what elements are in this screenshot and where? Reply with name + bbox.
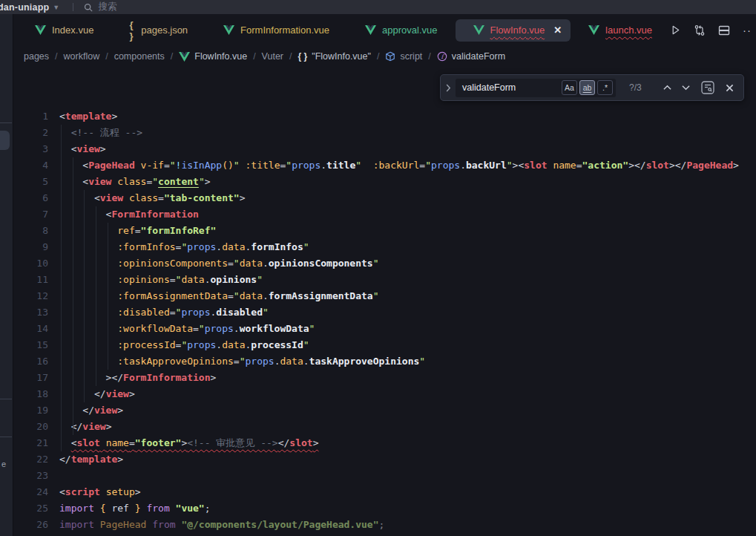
close-icon	[726, 84, 734, 92]
line-number: 1	[14, 108, 48, 125]
braces-icon: { }	[298, 51, 308, 62]
breadcrumb-label: script	[400, 51, 422, 62]
project-switcher[interactable]: dan-uniapp ▼	[0, 2, 59, 13]
chevron-up-icon	[663, 85, 671, 91]
whole-word-toggle[interactable]: ab	[579, 80, 595, 95]
line-number: 22	[14, 451, 48, 468]
code-line-12[interactable]: 12 :formAssignmentData="data.formAssignm…	[14, 288, 756, 304]
breadcrumb-separator: /	[55, 51, 57, 62]
breadcrumb-item-components[interactable]: components	[114, 51, 165, 62]
breadcrumb-item--flowinfo-vue-[interactable]: { }"FlowInfo.vue"	[298, 51, 371, 62]
line-content: </view>	[59, 402, 123, 419]
line-number: 14	[14, 321, 48, 337]
split-editor-button[interactable]	[718, 24, 730, 36]
code-line-8[interactable]: 8 ref="formInfoRef"	[14, 223, 756, 239]
code-line-23[interactable]: 23	[14, 468, 756, 484]
code-line-18[interactable]: 18 </view>	[14, 386, 756, 402]
code-line-13[interactable]: 13 :disabled="props.disabled"	[14, 304, 756, 321]
breadcrumb-label: workflow	[64, 51, 100, 62]
breadcrumb-separator: /	[105, 51, 108, 62]
find-input[interactable]: validateForm Aa ab .*	[456, 79, 616, 97]
tab-list: Index.vue{ }pages.jsonFormInformation.vu…	[14, 14, 670, 46]
global-search[interactable]: 搜索	[84, 1, 116, 13]
breadcrumb: pages/workflow/components/FlowInfo.vue/V…	[14, 46, 756, 67]
sidebar-divider	[0, 437, 12, 437]
line-number: 9	[14, 239, 48, 255]
vue-logo-icon	[223, 25, 234, 35]
code-area: 1<template>2 <!-- 流程 -->3 <view>4 <PageH…	[14, 67, 756, 533]
code-line-22[interactable]: 22</template>	[14, 451, 756, 468]
line-content: <PageHead v-if="!isInApp()" :title="prop…	[59, 157, 739, 174]
close-find-button[interactable]	[726, 84, 734, 92]
close-icon[interactable]: ✕	[553, 24, 562, 36]
line-number: 20	[14, 419, 48, 435]
breadcrumb-item-workflow[interactable]: workflow	[64, 51, 100, 62]
code-line-7[interactable]: 7 <FormInformation	[14, 206, 756, 223]
code-line-3[interactable]: 3 <view>	[14, 141, 756, 157]
find-in-selection-button[interactable]	[700, 80, 715, 95]
tab-forminformation-vue[interactable]: FormInformation.vue	[206, 19, 347, 42]
code-line-24[interactable]: 24<script setup>	[14, 484, 756, 500]
find-query: validateForm	[462, 82, 559, 93]
code-line-19[interactable]: 19 </view>	[14, 402, 756, 419]
code-line-21[interactable]: 21 <slot name="footer"><!-- 审批意见 --></sl…	[14, 435, 756, 451]
sidebar-selected-item	[0, 131, 10, 150]
code-line-17[interactable]: 17 ></FormInformation>	[14, 370, 756, 386]
breadcrumb-separator: /	[253, 51, 255, 62]
breadcrumb-label: validateForm	[452, 51, 505, 62]
match-count: ?/3	[629, 82, 654, 93]
line-content: import { ref } from "vue";	[59, 500, 211, 517]
line-content: :taskApproveOpinions="props.data.taskApp…	[59, 353, 425, 370]
code-line-14[interactable]: 14 :workflowData="props.workflowData"	[14, 321, 756, 337]
tab-label: FormInformation.vue	[240, 24, 329, 36]
tab-label: approval.vue	[382, 24, 437, 36]
line-content: <template>	[59, 108, 117, 125]
line-content: <slot name="footer"><!-- 审批意见 --></slot>	[59, 435, 318, 451]
more-actions-button[interactable]: ···	[743, 24, 752, 36]
line-content: </view>	[59, 386, 135, 402]
git-compare-icon	[694, 24, 706, 36]
breadcrumb-item-pages[interactable]: pages	[24, 51, 49, 62]
breadcrumb-item-validateform[interactable]: fvalidateForm	[437, 51, 505, 62]
tab-label: FlowInfo.vue	[490, 24, 545, 36]
breadcrumb-label: components	[114, 51, 165, 62]
code-line-16[interactable]: 16 :taskApproveOpinions="props.data.task…	[14, 353, 756, 370]
code-line-20[interactable]: 20 </view>	[14, 419, 756, 435]
match-case-toggle[interactable]: Aa	[562, 80, 577, 95]
regex-toggle[interactable]: .*	[597, 80, 613, 95]
vue-logo-icon	[588, 25, 599, 35]
code-line-5[interactable]: 5 <view class="content">	[14, 174, 756, 190]
toggle-replace-button[interactable]	[441, 84, 456, 92]
code-line-26[interactable]: 26import PageHead from "@/components/lay…	[14, 517, 756, 533]
chevron-right-icon	[445, 84, 451, 92]
tab-launch-vue[interactable]: launch.vue	[571, 19, 670, 42]
next-match-button[interactable]	[682, 85, 690, 91]
run-button[interactable]	[670, 24, 681, 36]
code-line-10[interactable]: 10 :opinionsComponents="data.opinionsCom…	[14, 255, 756, 272]
code-line-9[interactable]: 9 :formInfos="props.data.formInfos"	[14, 239, 756, 255]
code-editor[interactable]: validateForm Aa ab .* ?/3	[14, 67, 756, 536]
vue-logo-icon	[179, 52, 190, 62]
tab-pages-json[interactable]: { }pages.json	[111, 19, 206, 42]
tab-index-vue[interactable]: Index.vue	[17, 19, 111, 42]
line-content: </view>	[59, 419, 111, 435]
tab-flowinfo-vue[interactable]: FlowInfo.vue✕	[456, 19, 571, 42]
code-line-6[interactable]: 6 <view class="tab-content">	[14, 190, 756, 206]
code-line-1[interactable]: 1<template>	[14, 108, 756, 125]
breadcrumb-item-flowinfo-vue[interactable]: FlowInfo.vue	[179, 51, 247, 62]
line-number: 26	[14, 517, 48, 533]
line-content: <view class="content">	[59, 174, 211, 190]
tab-approval-vue[interactable]: approval.vue	[347, 19, 455, 42]
code-line-25[interactable]: 25import { ref } from "vue";	[14, 500, 756, 517]
previous-match-button[interactable]	[663, 85, 671, 91]
editor-group: Index.vue{ }pages.jsonFormInformation.vu…	[14, 14, 756, 536]
breadcrumb-separator: /	[377, 51, 379, 62]
code-line-11[interactable]: 11 :opinions="data.opinions"	[14, 272, 756, 288]
compare-changes-button[interactable]	[694, 24, 706, 36]
line-number: 6	[14, 190, 48, 206]
code-line-4[interactable]: 4 <PageHead v-if="!isInApp()" :title="pr…	[14, 157, 756, 174]
breadcrumb-item-script[interactable]: script	[385, 51, 422, 62]
breadcrumb-item-vuter[interactable]: Vuter	[262, 51, 283, 62]
code-line-15[interactable]: 15 :processId="props.data.processId"	[14, 337, 756, 353]
code-line-2[interactable]: 2 <!-- 流程 -->	[14, 125, 756, 141]
